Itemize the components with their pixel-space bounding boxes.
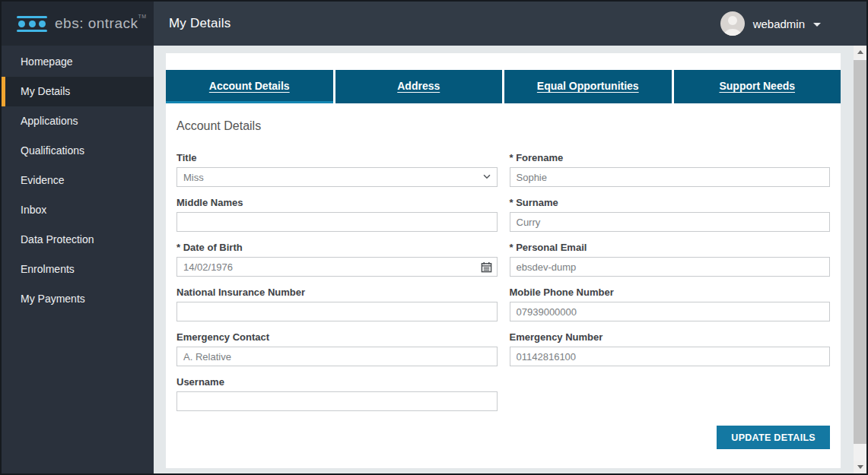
tab-label: Support Needs — [719, 80, 795, 92]
field-emergency-contact: Emergency Contact — [176, 331, 498, 366]
tab-support-needs[interactable]: Support Needs — [674, 70, 841, 103]
emergency-contact-input[interactable] — [176, 347, 498, 366]
page-title: My Details — [169, 16, 231, 31]
field-label: National Insurance Number — [176, 287, 498, 298]
sidebar-item-enrolments[interactable]: Enrolments — [2, 255, 154, 284]
sidebar-item-qualifications[interactable]: Qualifications — [2, 136, 154, 166]
middle-names-input[interactable] — [176, 212, 498, 232]
logo-dots — [17, 21, 47, 27]
caret-down-icon — [813, 23, 821, 27]
field-emergency-number: Emergency Number — [510, 331, 831, 366]
emergency-number-input[interactable] — [510, 347, 831, 366]
button-row: UPDATE DETAILS — [176, 426, 830, 449]
brand-area: ebs: ontrackTM — [2, 2, 154, 46]
field-label: * Forename — [510, 152, 831, 163]
sidebar-item-my-payments[interactable]: My Payments — [2, 284, 154, 314]
field-label: Username — [176, 376, 498, 388]
sidebar-item-label: Enrolments — [21, 263, 75, 275]
user-name: webadmin — [753, 17, 805, 30]
personal-email-input[interactable] — [510, 257, 831, 277]
logo-dot — [18, 21, 25, 27]
avatar-shoulders — [724, 29, 741, 36]
tab-label: Address — [397, 80, 440, 92]
scrollbar[interactable] — [854, 46, 866, 473]
brand-logo-icon — [17, 16, 47, 32]
user-menu[interactable]: webadmin — [720, 11, 821, 36]
logo-dot — [39, 21, 46, 27]
sidebar-item-applications[interactable]: Applications — [2, 106, 154, 136]
scroll-up-icon — [857, 50, 863, 54]
tab-label: Equal Opportunities — [537, 80, 639, 92]
scroll-down-icon — [857, 465, 863, 469]
sidebar-item-label: Qualifications — [21, 144, 84, 157]
panel-inner: Account Details TitleMiss* ForenameMiddl… — [166, 103, 841, 455]
sidebar-item-label: Homepage — [21, 55, 73, 68]
sidebar-item-evidence[interactable]: Evidence — [2, 166, 154, 195]
field-national-insurance-number: National Insurance Number — [176, 287, 498, 321]
chevron-down-icon — [482, 171, 492, 184]
selected-value: Miss — [183, 172, 204, 183]
tab-address[interactable]: Address — [335, 70, 503, 103]
sidebar-item-label: Inbox — [21, 204, 46, 216]
form-grid: TitleMiss* ForenameMiddle Names* Surname… — [176, 152, 830, 411]
sidebar-nav: HomepageMy DetailsApplicationsQualificat… — [2, 46, 154, 473]
logo-line-top — [17, 16, 47, 18]
scroll-down-button[interactable] — [854, 461, 866, 473]
top-bar: ebs: ontrackTM My Details webadmin — [2, 2, 866, 46]
sidebar-item-label: Applications — [21, 115, 78, 127]
field-label: * Surname — [510, 197, 831, 208]
field-username: Username — [176, 376, 498, 411]
app-window: ebs: ontrackTM My Details webadmin Homep… — [0, 0, 868, 475]
field-date-of-birth: * Date of Birth — [176, 242, 498, 277]
sidebar-item-data-protection[interactable]: Data Protection — [2, 225, 154, 255]
forename-input[interactable] — [510, 167, 831, 187]
field-label: Title — [176, 152, 498, 163]
date-of-birth-input[interactable] — [176, 257, 498, 277]
surname-input[interactable] — [510, 212, 831, 232]
tab-equal-opportunities[interactable]: Equal Opportunities — [504, 70, 672, 103]
field-mobile-phone-number: Mobile Phone Number — [510, 287, 831, 321]
field-title: TitleMiss — [176, 152, 498, 187]
sidebar-item-homepage[interactable]: Homepage — [2, 47, 154, 77]
field-label: * Personal Email — [510, 242, 831, 253]
sidebar-item-label: Evidence — [21, 174, 65, 186]
trademark-mark: TM — [138, 14, 147, 19]
calendar-icon[interactable] — [480, 260, 494, 274]
scroll-up-button[interactable] — [854, 46, 866, 59]
sidebar-item-label: My Payments — [21, 293, 85, 305]
sidebar-item-my-details[interactable]: My Details — [2, 77, 154, 106]
logo-dot — [29, 21, 36, 27]
field-label: * Date of Birth — [176, 242, 498, 253]
body-row: HomepageMy DetailsApplicationsQualificat… — [2, 46, 866, 473]
tab-bar: Account DetailsAddressEqual Opportunitie… — [166, 70, 841, 103]
logo-line-bottom — [17, 30, 47, 32]
field-surname: * Surname — [510, 197, 831, 232]
username-input[interactable] — [176, 391, 498, 411]
mobile-phone-number-input[interactable] — [510, 302, 831, 321]
main-content: Account DetailsAddressEqual Opportunitie… — [154, 46, 866, 473]
avatar — [720, 11, 745, 36]
brand-logo-text: ebs: ontrackTM — [55, 15, 147, 32]
tab-account-details[interactable]: Account Details — [166, 70, 333, 103]
update-details-button[interactable]: UPDATE DETAILS — [717, 426, 830, 449]
details-panel: Account DetailsAddressEqual Opportunitie… — [166, 53, 841, 468]
field-label: Middle Names — [176, 197, 498, 208]
scrollbar-thumb[interactable] — [854, 60, 866, 444]
field-label: Mobile Phone Number — [510, 287, 831, 298]
title-select[interactable]: Miss — [176, 167, 498, 187]
brand-name: ebs: ontrack — [55, 15, 138, 31]
tab-label: Account Details — [209, 80, 290, 92]
sidebar-item-label: My Details — [21, 85, 70, 97]
field-forename: * Forename — [510, 152, 831, 187]
sidebar-item-label: Data Protection — [21, 233, 94, 245]
avatar-head — [728, 16, 737, 25]
field-label: Emergency Contact — [176, 331, 498, 343]
top-bar-main: My Details webadmin — [154, 2, 866, 46]
national-insurance-number-input[interactable] — [176, 302, 498, 321]
field-personal-email: * Personal Email — [510, 242, 831, 277]
field-middle-names: Middle Names — [176, 197, 498, 232]
section-heading: Account Details — [176, 119, 830, 133]
sidebar-item-inbox[interactable]: Inbox — [2, 195, 154, 225]
field-label: Emergency Number — [510, 331, 831, 343]
